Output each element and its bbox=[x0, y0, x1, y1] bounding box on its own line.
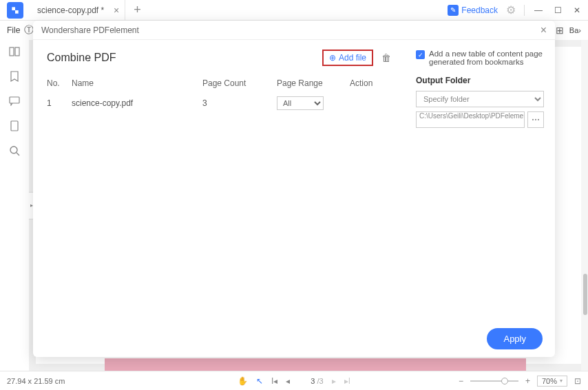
first-page-icon[interactable]: I◂ bbox=[271, 376, 277, 386]
settings-icon[interactable]: ⚙ bbox=[506, 3, 516, 17]
browse-button[interactable]: ⋯ bbox=[527, 111, 544, 128]
plus-circle-icon: ⊕ bbox=[329, 53, 336, 63]
hand-tool-icon[interactable]: ✋ bbox=[238, 376, 248, 386]
svg-point-6 bbox=[10, 147, 17, 153]
left-sidebar bbox=[0, 40, 29, 371]
feedback-button[interactable]: ✎ Feedback bbox=[448, 5, 498, 16]
apply-button[interactable]: Apply bbox=[487, 328, 543, 349]
col-name: Name bbox=[72, 78, 202, 88]
bookmark-toc-label: Add a new table of content page generate… bbox=[429, 50, 544, 66]
page-indicator: /3 bbox=[298, 377, 323, 385]
svg-rect-4 bbox=[10, 97, 19, 103]
feedback-icon: ✎ bbox=[448, 5, 459, 16]
dialog-footer: Apply bbox=[33, 320, 555, 357]
zoom-level-dropdown[interactable]: 70%▾ bbox=[537, 376, 567, 387]
page-dimensions: 27.94 x 21.59 cm bbox=[7, 377, 65, 385]
feedback-label: Feedback bbox=[461, 6, 498, 15]
zoom-slider[interactable] bbox=[470, 380, 518, 382]
col-action: Action bbox=[350, 78, 391, 88]
row-no: 1 bbox=[47, 98, 72, 108]
search-icon[interactable] bbox=[8, 144, 21, 157]
last-page-icon[interactable]: ▸I bbox=[344, 376, 350, 386]
file-menu[interactable]: File bbox=[7, 25, 20, 35]
col-no: No. bbox=[47, 78, 72, 88]
svg-rect-2 bbox=[10, 47, 14, 56]
svg-rect-1 bbox=[15, 10, 19, 14]
delete-icon[interactable]: 🗑 bbox=[381, 52, 391, 63]
document-tab[interactable]: science-copy.pdf * × bbox=[30, 0, 125, 21]
svg-rect-5 bbox=[11, 121, 18, 131]
svg-rect-0 bbox=[12, 7, 15, 10]
output-folder-label: Output Folder bbox=[416, 76, 544, 85]
select-tool-icon[interactable]: ↖ bbox=[256, 376, 263, 386]
titlebar: science-copy.pdf * × + ✎ Feedback ⚙ — ☐ … bbox=[0, 0, 588, 21]
page-total: /3 bbox=[317, 377, 323, 385]
row-range: All bbox=[277, 96, 350, 110]
checkbox-checked-icon[interactable]: ✓ bbox=[416, 50, 425, 59]
vertical-scrollbar[interactable] bbox=[581, 40, 588, 371]
zoom-level-label: 70% bbox=[542, 377, 557, 385]
maximize-button[interactable]: ☐ bbox=[552, 5, 563, 16]
panel-title: Combine PDF bbox=[47, 52, 116, 64]
combine-pdf-dialog: Wondershare PDFelement × Combine PDF ⊕ A… bbox=[33, 21, 555, 357]
close-icon[interactable]: × bbox=[114, 5, 119, 16]
page-input[interactable] bbox=[298, 377, 315, 385]
zoom-out-icon[interactable]: − bbox=[459, 376, 463, 386]
dialog-title: Wondershare PDFelement bbox=[41, 25, 139, 35]
separator bbox=[524, 5, 525, 16]
comment-icon[interactable] bbox=[8, 95, 21, 107]
close-button[interactable]: ✕ bbox=[571, 5, 582, 16]
bookmark-icon[interactable] bbox=[8, 70, 21, 83]
bookmark-toc-option[interactable]: ✓ Add a new table of content page genera… bbox=[416, 50, 544, 66]
document-content-bar bbox=[105, 358, 526, 371]
batch-label[interactable]: Ba› bbox=[569, 26, 581, 34]
next-page-icon[interactable]: ▸ bbox=[332, 376, 336, 386]
dialog-header: Wondershare PDFelement × bbox=[33, 21, 555, 40]
combine-options-panel: ✓ Add a new table of content page genera… bbox=[405, 40, 555, 320]
fit-page-icon[interactable]: ⊡ bbox=[574, 376, 581, 386]
table-row[interactable]: 1 science-copy.pdf 3 All bbox=[47, 92, 391, 114]
new-tab-button[interactable]: + bbox=[125, 3, 149, 17]
svg-rect-3 bbox=[15, 47, 19, 56]
thumbnails-icon[interactable] bbox=[8, 45, 21, 58]
col-count: Page Count bbox=[202, 78, 277, 88]
add-file-label: Add file bbox=[339, 53, 366, 63]
output-path-field[interactable]: C:\Users\Geili\Desktop\PDFelement\Cc bbox=[416, 111, 525, 128]
scrollbar-thumb[interactable] bbox=[583, 274, 587, 315]
app-logo bbox=[7, 2, 23, 19]
combine-file-panel: Combine PDF ⊕ Add file 🗑 No. Name Page C… bbox=[33, 40, 405, 320]
page-range-select[interactable]: All bbox=[277, 96, 324, 110]
statusbar: 27.94 x 21.59 cm ✋ ↖ I◂ ◂ /3 ▸ ▸I − + 70… bbox=[0, 371, 588, 390]
zoom-in-icon[interactable]: + bbox=[525, 376, 530, 386]
attachment-icon[interactable] bbox=[8, 120, 21, 132]
minimize-button[interactable]: — bbox=[533, 5, 544, 16]
add-file-button[interactable]: ⊕ Add file bbox=[322, 50, 373, 66]
col-range: Page Range bbox=[277, 78, 350, 88]
table-header: No. Name Page Count Page Range Action bbox=[47, 74, 391, 92]
prev-page-icon[interactable]: ◂ bbox=[286, 376, 290, 386]
apps-icon[interactable]: ⊞ bbox=[556, 25, 564, 36]
row-count: 3 bbox=[202, 98, 277, 108]
dialog-close-button[interactable]: × bbox=[540, 24, 547, 36]
tab-label: science-copy.pdf * bbox=[37, 6, 104, 15]
output-folder-select[interactable]: Specify folder bbox=[416, 91, 544, 107]
zoom-slider-thumb[interactable] bbox=[501, 378, 508, 384]
row-name: science-copy.pdf bbox=[72, 98, 202, 108]
